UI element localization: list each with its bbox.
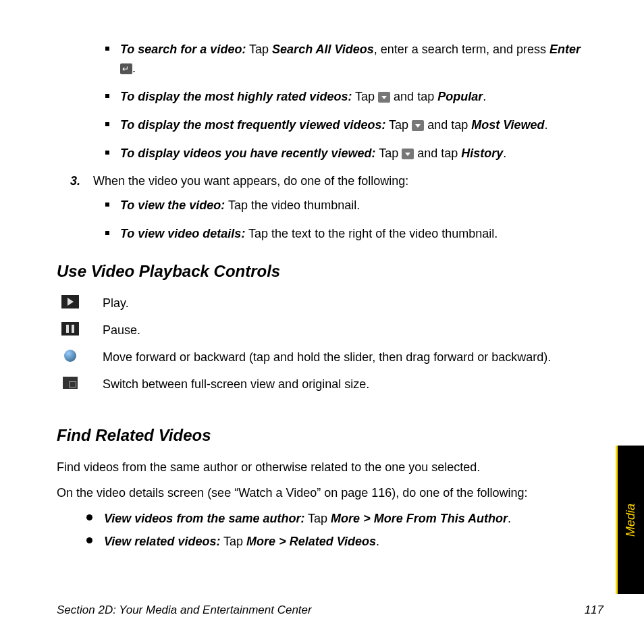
item-lead: To display videos you have recently view… (120, 146, 375, 160)
step-number: 3. (70, 172, 93, 191)
footer-page-number: 117 (585, 603, 603, 617)
item-lead: View related videos: (104, 535, 220, 548)
item-lead: To view video details: (120, 227, 245, 240)
fullscreen-icon (61, 375, 80, 390)
section-tab-label: Media (624, 503, 638, 536)
control-row: Play. (57, 294, 587, 313)
item-lead: To display the most frequently viewed vi… (120, 118, 385, 132)
control-desc: Switch between full-screen view and orig… (103, 375, 369, 394)
list-item: View videos from the same author: Tap Mo… (86, 510, 587, 529)
play-icon (61, 294, 80, 309)
control-row: Pause. (57, 321, 587, 340)
item-lead: To view the video: (120, 198, 225, 212)
dropdown-icon (402, 149, 414, 159)
control-desc: Pause. (103, 321, 140, 340)
list-item: View related videos: Tap More > Related … (86, 533, 587, 552)
related-bullets: View videos from the same author: Tap Mo… (86, 510, 587, 552)
list-item: To view video details: Tap the text to t… (105, 225, 587, 244)
item-lead: To search for a video: (120, 43, 246, 56)
item-lead: To display the most highly rated videos: (120, 90, 352, 103)
control-desc: Move forward or backward (tap and hold t… (103, 348, 551, 367)
dropdown-icon (412, 120, 424, 131)
step-3-sublist: To view the video: Tap the video thumbna… (105, 196, 587, 244)
control-desc: Play. (103, 294, 129, 313)
control-row: Switch between full-screen view and orig… (57, 375, 587, 394)
related-intro-1: Find videos from the same author or othe… (57, 458, 587, 477)
list-item: To view the video: Tap the video thumbna… (105, 196, 587, 215)
page-footer: Section 2D: Your Media and Entertainment… (57, 603, 603, 617)
step-3: 3. When the video you want appears, do o… (70, 172, 587, 191)
document-page: To search for a video: Tap Search All Vi… (0, 0, 644, 644)
step-text: When the video you want appears, do one … (93, 172, 408, 191)
list-item: To display the most frequently viewed vi… (105, 116, 587, 135)
heading-related-videos: Find Related Videos (57, 423, 587, 448)
section-tab-media: Media (616, 446, 644, 594)
list-item: To search for a video: Tap Search All Vi… (105, 41, 587, 78)
enter-key-icon (120, 63, 132, 74)
controls-table: Play. Pause. Move forward or backward (t… (57, 294, 587, 394)
page-content: To search for a video: Tap Search All Vi… (57, 41, 587, 552)
dropdown-icon (378, 92, 390, 103)
related-intro-2: On the video details screen (see “Watch … (57, 484, 587, 503)
heading-playback-controls: Use Video Playback Controls (57, 259, 587, 284)
list-item: To display the most highly rated videos:… (105, 88, 587, 107)
pause-icon (61, 321, 80, 336)
item-lead: View videos from the same author: (104, 512, 304, 525)
slider-icon (61, 348, 80, 363)
control-row: Move forward or backward (tap and hold t… (57, 348, 587, 367)
search-options-list: To search for a video: Tap Search All Vi… (105, 41, 587, 163)
list-item: To display videos you have recently view… (105, 144, 587, 163)
footer-section-label: Section 2D: Your Media and Entertainment… (57, 603, 312, 617)
